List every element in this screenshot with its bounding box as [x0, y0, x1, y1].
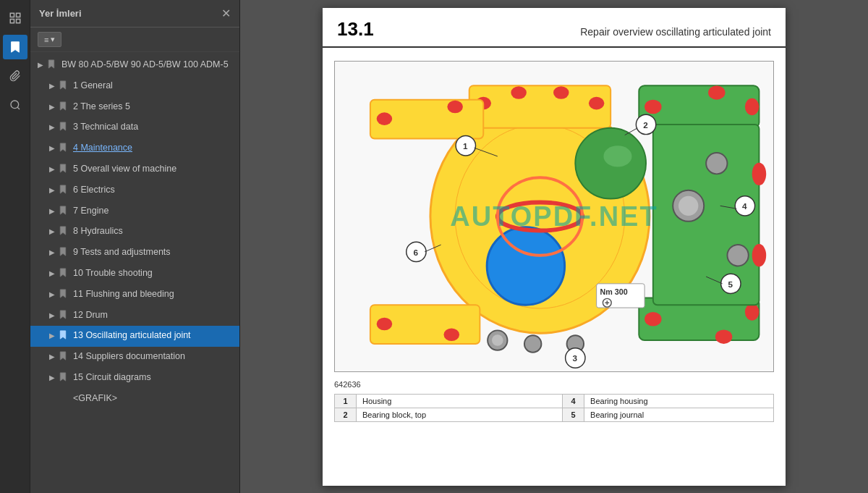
sidebar-item-15-circuit[interactable]: ▶15 Circuit diagrams — [30, 368, 239, 389]
sidebar-item-11-flushing[interactable]: ▶11 Flushing and bleeding — [30, 285, 239, 306]
svg-point-7 — [644, 99, 661, 114]
tree-label-bw-series: BW 80 AD-5/BW 90 AD-5/BW 100 ADM-5 — [61, 59, 234, 72]
diagram-caption: 642636 — [334, 378, 774, 391]
diagram-svg: Nm 300 1 2 3 — [335, 62, 773, 371]
tree-bookmark-6-electrics — [59, 185, 69, 198]
tree-arrow-1-general: ▶ — [49, 81, 59, 91]
svg-point-37 — [377, 317, 393, 330]
svg-text:3: 3 — [572, 353, 577, 363]
sidebar-title: Yer İmleri — [39, 8, 82, 19]
tree-bookmark-14-suppliers — [59, 351, 69, 364]
sidebar-item-10-trouble[interactable]: ▶10 Trouble shooting — [30, 264, 239, 285]
tree-bookmark-13-oscillating — [59, 330, 69, 343]
tree-arrow-11-flushing: ▶ — [49, 290, 59, 300]
part-label-2: Bearing housing — [584, 394, 774, 408]
svg-point-4 — [11, 101, 19, 109]
svg-text:2: 2 — [643, 119, 648, 129]
svg-point-18 — [727, 245, 748, 266]
table-row: 1 Housing 4 Bearing housing — [335, 394, 774, 408]
sidebar-item-12-drum[interactable]: ▶12 Drum — [30, 306, 239, 326]
tree-bookmark-4-maintenance — [59, 143, 69, 156]
sidebar-close-button[interactable]: ✕ — [221, 8, 231, 20]
sidebar-item-3-technical[interactable]: ▶3 Technical data — [30, 117, 239, 138]
icon-strip — [0, 0, 30, 493]
toolbar-menu-button[interactable]: ≡ ▾ — [38, 32, 61, 47]
tree-arrow-13-oscillating: ▶ — [49, 331, 59, 341]
part-label-1: Bearing block, top — [357, 408, 563, 421]
tree-bookmark-1-general — [59, 80, 69, 93]
tree-arrow-15-circuit: ▶ — [49, 373, 59, 383]
svg-point-9 — [745, 98, 760, 114]
sidebar-list: ▶BW 80 AD-5/BW 90 AD-5/BW 100 ADM-5▶1 Ge… — [30, 52, 239, 493]
svg-point-35 — [447, 100, 463, 113]
tree-arrow-10-trouble: ▶ — [49, 269, 59, 279]
tree-bookmark-8-hydraulics — [59, 226, 69, 239]
search-icon-btn[interactable] — [3, 93, 27, 117]
part-label-1: Housing — [357, 394, 563, 408]
bookmarks-icon-btn[interactable] — [3, 35, 27, 59]
sidebar-item-8-hydraulics[interactable]: ▶8 Hydraulics — [30, 222, 239, 243]
tree-arrow-12-drum: ▶ — [49, 311, 59, 321]
tree-bookmark-11-flushing — [59, 289, 69, 302]
svg-point-25 — [511, 86, 527, 99]
tree-arrow-3-technical: ▶ — [49, 122, 59, 132]
svg-point-30 — [603, 146, 631, 167]
svg-point-34 — [377, 112, 393, 125]
sidebar-item-5-overall[interactable]: ▶5 Overall view of machine — [30, 159, 239, 180]
table-row: 2 Bearing block, top 5 Bearing journal — [335, 408, 774, 421]
svg-point-13 — [745, 303, 760, 320]
tree-arrow-8-hydraulics: ▶ — [49, 227, 59, 237]
sidebar-item-2-series[interactable]: ▶2 The series 5 — [30, 97, 239, 118]
svg-rect-23 — [469, 85, 610, 128]
sidebar-item-14-suppliers[interactable]: ▶14 Suppliers documentation — [30, 347, 239, 368]
svg-text:Nm 300: Nm 300 — [600, 287, 628, 295]
svg-point-27 — [589, 96, 605, 109]
tree-bookmark-7-engine — [59, 206, 69, 219]
sidebar-item-4-maintenance[interactable]: ▶4 Maintenance — [30, 138, 239, 159]
part-num-2: 4 — [563, 394, 584, 408]
page-header: 13.1 Repair overview oscillating articul… — [323, 8, 786, 48]
svg-point-38 — [444, 328, 460, 341]
layers-icon-btn[interactable] — [3, 6, 27, 30]
svg-text:4: 4 — [742, 201, 747, 211]
tree-arrow-2-series: ▶ — [49, 102, 59, 112]
diagram-area: AUTOPDF.NET — [334, 61, 774, 372]
sidebar-header: Yer İmleri ✕ — [30, 0, 239, 28]
tree-arrow-7-engine: ▶ — [49, 206, 59, 216]
sidebar-item-6-electrics[interactable]: ▶6 Electrics — [30, 180, 239, 201]
sidebar-item-grafik[interactable]: <GRAFIK> — [30, 389, 239, 409]
tree-bookmark-3-technical — [59, 122, 69, 135]
svg-point-19 — [752, 162, 767, 185]
sidebar-item-7-engine[interactable]: ▶7 Engine — [30, 201, 239, 222]
svg-point-8 — [708, 85, 725, 100]
sidebar-item-13-oscillating[interactable]: ▶13 Oscillating articulated joint — [30, 326, 239, 347]
svg-rect-1 — [16, 13, 20, 17]
svg-text:6: 6 — [413, 247, 418, 256]
svg-point-16 — [678, 195, 698, 215]
svg-rect-0 — [10, 13, 14, 17]
part-label-2: Bearing journal — [584, 408, 774, 421]
svg-text:1: 1 — [463, 141, 468, 151]
svg-point-11 — [644, 311, 661, 326]
tree-bookmark-9-tests — [59, 247, 69, 260]
tree-bookmark-15-circuit — [59, 372, 69, 385]
sidebar-item-1-general[interactable]: ▶1 General — [30, 76, 239, 97]
part-num-1: 2 — [335, 408, 357, 421]
svg-text:5: 5 — [728, 279, 733, 288]
sidebar-item-9-tests[interactable]: ▶9 Tests and adjustments — [30, 243, 239, 264]
toolbar-menu-icon: ≡ — [44, 35, 48, 44]
tree-bookmark-12-drum — [59, 310, 69, 323]
page-section-number: 13.1 — [337, 18, 374, 41]
svg-point-28 — [487, 227, 565, 305]
svg-point-41 — [524, 335, 541, 352]
parts-table: 1 Housing 4 Bearing housing 2 Bearing bl… — [334, 394, 774, 422]
svg-point-12 — [715, 329, 732, 344]
attachments-icon-btn[interactable] — [3, 64, 27, 88]
page-section-title: Repair overview oscillating articulated … — [580, 26, 771, 38]
tree-arrow-4-maintenance: ▶ — [49, 143, 59, 153]
tree-arrow-9-tests: ▶ — [49, 248, 59, 258]
resize-handle[interactable] — [209, 0, 213, 493]
sidebar-item-bw-series[interactable]: ▶BW 80 AD-5/BW 90 AD-5/BW 100 ADM-5 — [30, 55, 239, 76]
tree-bookmark-10-trouble — [59, 268, 69, 281]
sidebar-toolbar: ≡ ▾ — [30, 28, 239, 52]
